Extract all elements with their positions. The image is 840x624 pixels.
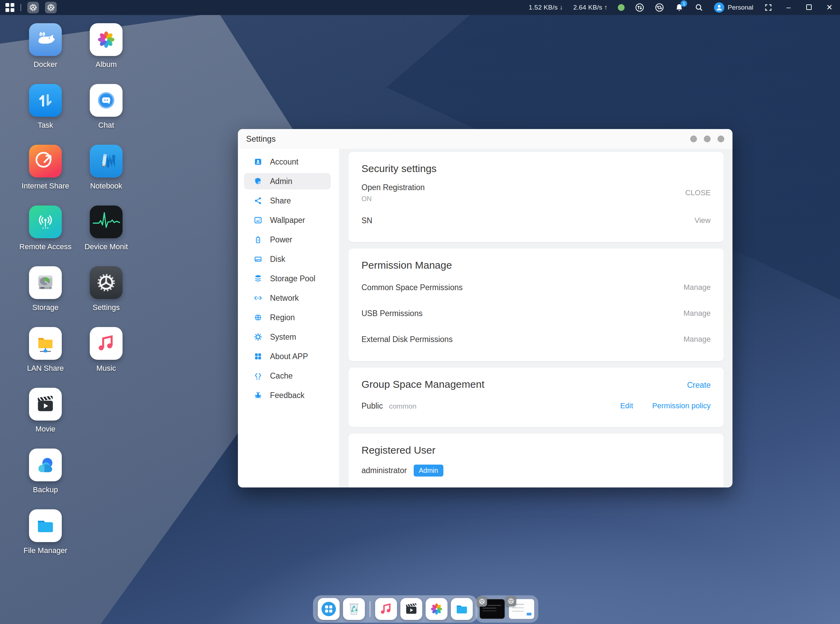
window-maximize-dot[interactable] [704,136,710,142]
window-minimize-dot[interactable] [690,136,697,142]
chat-bubble-icon [90,84,122,117]
window-titlebar[interactable]: Settings [238,129,732,149]
download-speed: 1.52 KB/s ↓ [529,4,563,11]
sidebar-item-account[interactable]: Account [244,154,331,170]
dock-separator [370,601,371,617]
desktop-icon-device-monit[interactable]: Device Monit [76,205,136,266]
hdd-icon [29,266,62,299]
sidebar-item-power[interactable]: Power [244,232,331,248]
permission-policy-link[interactable]: Permission policy [652,402,710,410]
gear-badge-icon [506,596,516,606]
status-dot-green [618,4,625,11]
window-close-dot[interactable] [718,136,724,142]
usb-permissions-row: USB Permissions Manage [361,300,710,326]
manage-common-space-action[interactable]: Manage [683,283,710,292]
bug-icon [253,391,262,400]
dock-movie[interactable] [400,598,422,620]
desktop-icon-album[interactable]: Album [76,23,136,84]
dock-album[interactable] [426,598,448,620]
sidebar-item-admin[interactable]: Admin [244,173,331,190]
settings-gear-icon [90,266,122,299]
taskbar: 1.52 KB/s ↓ 2.64 KB/s ↑ [0,0,840,15]
desktop-icon-internet-share[interactable]: Internet Share [15,145,76,205]
network-icon [253,293,262,303]
app-launcher-icon[interactable] [5,3,14,12]
edit-group-space-link[interactable]: Edit [620,402,633,410]
sidebar-item-share[interactable]: Share [244,193,331,209]
sidebar-item-cache[interactable]: Cache [244,368,331,384]
card-title: Group Space Management [361,378,484,390]
group-space-tag: common [389,402,417,410]
taskbar-app-settings-2[interactable] [45,2,57,13]
view-sn-action[interactable]: View [695,216,710,225]
search-icon[interactable] [694,3,704,12]
desktop-icon-settings[interactable]: Settings [76,266,136,327]
dock-recycle-bin[interactable] [343,598,365,620]
desktop-icon-remote-access[interactable]: Remote Access [15,205,76,266]
desktop-icon-task[interactable]: Task [15,84,76,145]
close-registration-action[interactable]: CLOSE [685,188,710,197]
taskbar-app-settings-1[interactable] [27,2,39,13]
shield-icon [253,177,262,186]
desktop-icon-docker[interactable]: Docker [15,23,76,84]
manage-usb-action[interactable]: Manage [683,309,710,318]
sidebar-item-about-app[interactable]: About APP [244,348,331,365]
music-note-icon [90,327,122,360]
gear-icon [253,332,262,341]
dock-music[interactable] [375,598,397,620]
minimize-button[interactable]: – [783,0,794,15]
open-window-thumbnail-light[interactable] [509,599,534,619]
desktop-icon-file-manager[interactable]: File Manager [15,509,76,570]
desktop-icon-music[interactable]: Music [76,327,136,388]
fullscreen-icon[interactable] [764,3,773,12]
card-title: Permission Manage [361,259,710,271]
desktop-icon-lan-share[interactable]: LAN Share [15,327,76,388]
manage-external-disk-action[interactable]: Manage [683,335,710,344]
globe-icon [253,313,262,322]
desktop-icon-storage[interactable]: Storage [15,266,76,327]
dock-open-windows [476,595,538,622]
dock-app-launcher[interactable] [318,598,340,620]
heartbeat-monitor-icon [90,205,122,238]
window-title: Settings [246,134,276,144]
sidebar-item-storage-pool[interactable]: Storage Pool [244,270,331,287]
sidebar-item-network[interactable]: Network [244,290,331,306]
desktop-icon-chat[interactable]: Chat [76,84,136,145]
notebook-icon [90,145,122,178]
group-space-management-card: Group Space Management Create Public com… [349,368,724,427]
admin-badge[interactable]: Admin [414,465,443,477]
group-space-name: Public [361,402,383,411]
user-label: Personal [728,4,753,11]
account-icon [253,158,262,166]
sidebar-item-region[interactable]: Region [244,309,331,326]
desktop-screen: 1.52 KB/s ↓ 2.64 KB/s ↑ [0,0,840,624]
sidebar-item-feedback[interactable]: Feedback [244,387,331,403]
close-button[interactable]: ✕ [824,0,835,15]
battery-icon [253,235,262,244]
wallpaper-icon [253,216,262,225]
desktop-icon-notebook[interactable]: Notebook [76,145,136,205]
task-arrows-icon [29,84,62,117]
sidebar-item-disk[interactable]: Disk [244,251,331,267]
settings-sidebar: Account Admin [238,149,339,488]
notification-bell-icon[interactable]: 1 [675,3,684,12]
open-registration-state: ON [361,195,685,203]
create-group-space-link[interactable]: Create [687,381,710,390]
app-launcher-icon [320,600,338,618]
common-space-permissions-row: Common Space Permissions Manage [361,275,710,300]
open-window-thumbnail-dark[interactable] [480,599,505,619]
card-title: Security settings [361,163,710,175]
dock-file-manager[interactable] [451,598,473,620]
taskbar-separator [20,4,21,11]
sync-icon[interactable] [655,3,664,12]
maximize-button[interactable] [804,0,814,15]
gear-badge-icon [477,596,487,607]
sidebar-item-system[interactable]: System [244,329,331,345]
user-menu[interactable]: Personal [714,2,753,12]
group-space-row: Public common Edit Permission policy [361,394,710,418]
sidebar-item-wallpaper[interactable]: Wallpaper [244,212,331,229]
desktop-icon-backup[interactable]: Backup [15,448,76,509]
desktop-icon-movie[interactable]: Movie [15,388,76,448]
music-note-icon [378,601,394,617]
transfer-icon[interactable] [635,3,644,12]
